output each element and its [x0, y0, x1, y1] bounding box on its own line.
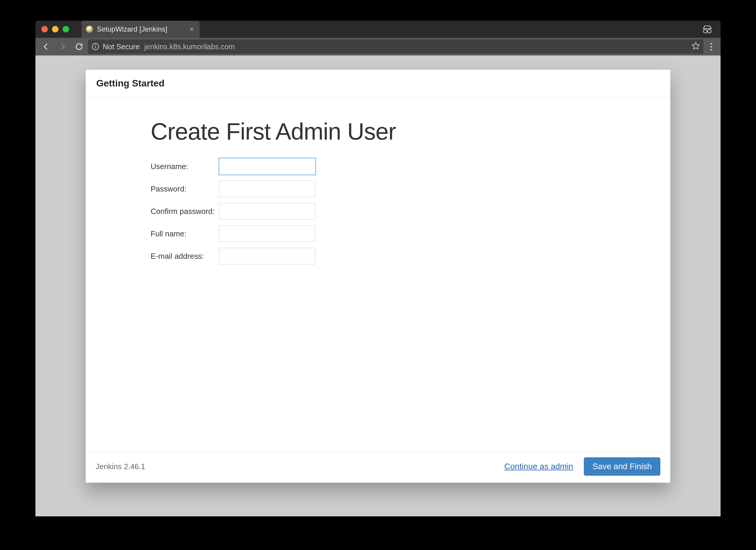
svg-point-2: [708, 30, 711, 33]
incognito-icon: [702, 25, 712, 35]
window-close-button[interactable]: [41, 26, 48, 32]
fullname-input[interactable]: [219, 226, 315, 242]
username-input[interactable]: [219, 158, 315, 175]
form-row-username: Username:: [151, 158, 605, 175]
viewport: Getting Started Create First Admin User …: [35, 56, 721, 516]
browser-tab[interactable]: SetupWizard [Jenkins] ×: [82, 21, 200, 38]
setup-wizard-panel: Getting Started Create First Admin User …: [86, 70, 670, 483]
traffic-lights: [39, 26, 73, 32]
browser-window: SetupWizard [Jenkins] ×: [35, 21, 721, 516]
svg-marker-7: [692, 42, 699, 49]
window-maximize-button[interactable]: [63, 26, 69, 32]
bookmark-star-icon[interactable]: [692, 42, 700, 52]
form-row-fullname: Full name:: [151, 226, 605, 242]
reload-button[interactable]: [71, 39, 87, 54]
confirm-password-input[interactable]: [219, 203, 315, 220]
panel-body: Create First Admin User Username: Passwo…: [86, 97, 670, 451]
panel-header: Getting Started: [86, 70, 670, 97]
email-label: E-mail address:: [151, 252, 219, 261]
save-and-finish-button[interactable]: Save and Finish: [584, 457, 660, 476]
email-input[interactable]: [219, 248, 315, 265]
jenkins-version-label: Jenkins 2.46.1: [96, 462, 145, 471]
window-minimize-button[interactable]: [52, 26, 58, 32]
continue-as-admin-link[interactable]: Continue as admin: [504, 462, 573, 471]
url-text: jenkins.k8s.kumorilabs.com: [144, 43, 235, 51]
fullname-label: Full name:: [151, 229, 219, 239]
browser-menu-button[interactable]: [705, 43, 718, 50]
form-row-email: E-mail address:: [151, 248, 605, 265]
jenkins-favicon-icon: [86, 25, 93, 33]
panel-footer: Jenkins 2.46.1 Continue as admin Save an…: [86, 451, 670, 483]
info-icon: [92, 43, 99, 50]
tab-bar: SetupWizard [Jenkins] ×: [35, 21, 721, 38]
form-row-confirm-password: Confirm password:: [151, 203, 605, 220]
url-box[interactable]: Not Secure jenkins.k8s.kumorilabs.com: [88, 40, 703, 54]
tab-close-icon[interactable]: ×: [190, 26, 194, 33]
form-row-password: Password:: [151, 181, 605, 197]
page-title: Create First Admin User: [151, 118, 605, 145]
password-label: Password:: [151, 185, 219, 194]
tab-title: SetupWizard [Jenkins]: [97, 25, 167, 33]
address-bar: Not Secure jenkins.k8s.kumorilabs.com: [35, 38, 721, 56]
username-label: Username:: [151, 162, 219, 171]
confirm-password-label: Confirm password:: [151, 207, 219, 216]
svg-point-1: [703, 30, 707, 33]
forward-button[interactable]: [55, 39, 70, 54]
footer-actions: Continue as admin Save and Finish: [504, 457, 660, 476]
password-input[interactable]: [219, 181, 315, 197]
back-button[interactable]: [38, 39, 54, 54]
svg-point-6: [95, 45, 96, 45]
not-secure-label: Not Secure: [103, 43, 140, 51]
